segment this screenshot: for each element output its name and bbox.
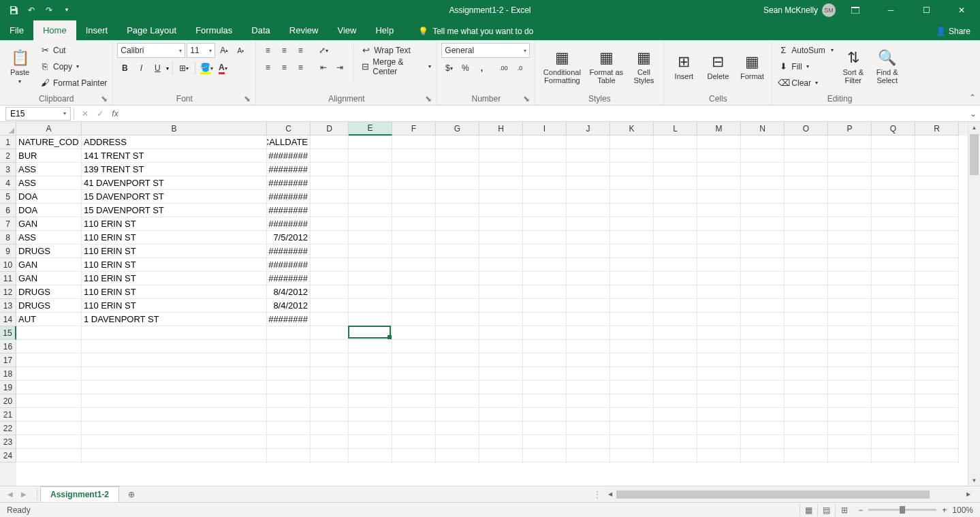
cell-M22[interactable]	[697, 422, 741, 435]
cell-D23[interactable]	[311, 435, 349, 449]
cell-H8[interactable]	[479, 231, 523, 245]
cell-R24[interactable]	[915, 449, 959, 463]
cell-L4[interactable]	[654, 176, 697, 190]
merge-center-button[interactable]: ⊟Merge & Center▾	[359, 59, 432, 74]
cell-O16[interactable]	[785, 340, 828, 354]
cell-L24[interactable]	[654, 449, 697, 463]
row-headers[interactable]: 123456789101112131415161718192021222324	[0, 136, 16, 486]
align-top-button[interactable]: ≡	[260, 43, 275, 58]
cell-N12[interactable]	[741, 285, 785, 299]
cell-R10[interactable]	[915, 258, 959, 272]
qat-customize-button[interactable]: ▼	[59, 2, 75, 18]
cell-G8[interactable]	[436, 231, 479, 245]
cell-C12[interactable]: 8/4/2012	[267, 285, 311, 299]
cell-K9[interactable]	[610, 245, 654, 258]
cell-P5[interactable]	[828, 190, 872, 204]
cell-J9[interactable]	[567, 245, 610, 258]
cell-J15[interactable]	[567, 326, 610, 340]
cell-C2[interactable]: ########	[267, 149, 311, 163]
cell-D13[interactable]	[311, 299, 349, 313]
cell-J24[interactable]	[567, 449, 610, 463]
tab-view[interactable]: View	[328, 20, 366, 40]
cell-O15[interactable]	[785, 326, 828, 340]
share-button[interactable]: 👤Share	[936, 27, 980, 40]
clipboard-launcher[interactable]: ⬊	[100, 94, 108, 102]
cell-O12[interactable]	[785, 285, 828, 299]
column-header-A[interactable]: A	[16, 122, 82, 136]
cell-Q17[interactable]	[872, 354, 915, 367]
cell-F9[interactable]	[392, 245, 436, 258]
cell-E1[interactable]	[349, 136, 392, 149]
zoom-out-button[interactable]: −	[858, 505, 863, 515]
cell-B24[interactable]	[82, 449, 267, 463]
user-avatar[interactable]: SM	[822, 3, 836, 17]
scroll-down-button[interactable]: ▼	[968, 475, 980, 486]
cell-H1[interactable]	[479, 136, 523, 149]
column-header-D[interactable]: D	[311, 122, 349, 136]
cell-I10[interactable]	[523, 258, 567, 272]
cell-E2[interactable]	[349, 149, 392, 163]
cell-Q13[interactable]	[872, 299, 915, 313]
cell-A1[interactable]: NATURE_COD	[16, 136, 82, 149]
cell-N8[interactable]	[741, 231, 785, 245]
cell-D4[interactable]	[311, 176, 349, 190]
select-all-corner[interactable]	[0, 122, 16, 136]
cell-O8[interactable]	[785, 231, 828, 245]
name-box[interactable]: E15▾	[5, 107, 71, 121]
cell-E21[interactable]	[349, 408, 392, 422]
cell-P1[interactable]	[828, 136, 872, 149]
cell-N15[interactable]	[741, 326, 785, 340]
cell-J1[interactable]	[567, 136, 610, 149]
fill-color-button[interactable]: 🪣▾	[199, 61, 214, 76]
percent-format-button[interactable]: %	[458, 61, 473, 76]
cell-M7[interactable]	[697, 217, 741, 231]
cell-P15[interactable]	[828, 326, 872, 340]
cell-O21[interactable]	[785, 408, 828, 422]
font-size-combo[interactable]: 11▾	[187, 43, 215, 58]
cell-G21[interactable]	[436, 408, 479, 422]
cell-O4[interactable]	[785, 176, 828, 190]
cell-M15[interactable]	[697, 326, 741, 340]
cell-H22[interactable]	[479, 422, 523, 435]
cells-container[interactable]: NATURE_CODADDRESSCALLDATEBUR141 TRENT ST…	[16, 136, 968, 486]
cell-E7[interactable]	[349, 217, 392, 231]
cell-G14[interactable]	[436, 313, 479, 326]
column-header-O[interactable]: O	[785, 122, 828, 136]
cell-L23[interactable]	[654, 435, 697, 449]
column-header-B[interactable]: B	[82, 122, 267, 136]
cell-N18[interactable]	[741, 367, 785, 381]
cell-F6[interactable]	[392, 204, 436, 217]
font-name-combo[interactable]: Calibri▾	[117, 43, 185, 58]
cell-C4[interactable]: ########	[267, 176, 311, 190]
row-header-2[interactable]: 2	[0, 149, 16, 163]
cell-G3[interactable]	[436, 163, 479, 176]
cell-D15[interactable]	[311, 326, 349, 340]
cell-J8[interactable]	[567, 231, 610, 245]
cell-R20[interactable]	[915, 394, 959, 408]
cell-N13[interactable]	[741, 299, 785, 313]
cell-L15[interactable]	[654, 326, 697, 340]
paste-button[interactable]: 📋Paste▾	[4, 43, 35, 91]
cell-A2[interactable]: BUR	[16, 149, 82, 163]
cell-I15[interactable]	[523, 326, 567, 340]
user-name[interactable]: Sean McKnelly	[763, 5, 818, 15]
cell-C14[interactable]: ########	[267, 313, 311, 326]
cell-H19[interactable]	[479, 381, 523, 394]
sort-filter-button[interactable]: ⇅Sort & Filter	[838, 43, 869, 91]
column-header-P[interactable]: P	[828, 122, 872, 136]
cell-F12[interactable]	[392, 285, 436, 299]
cell-N6[interactable]	[741, 204, 785, 217]
cell-N23[interactable]	[741, 435, 785, 449]
increase-font-button[interactable]: A▴	[217, 43, 232, 58]
cell-O23[interactable]	[785, 435, 828, 449]
decrease-indent-button[interactable]: ⇤	[316, 60, 331, 75]
cell-K15[interactable]	[610, 326, 654, 340]
cell-K23[interactable]	[610, 435, 654, 449]
cell-O24[interactable]	[785, 449, 828, 463]
cell-L18[interactable]	[654, 367, 697, 381]
cell-I19[interactable]	[523, 381, 567, 394]
cell-D16[interactable]	[311, 340, 349, 354]
cell-C7[interactable]: ########	[267, 217, 311, 231]
row-header-11[interactable]: 11	[0, 272, 16, 285]
cell-A7[interactable]: GAN	[16, 217, 82, 231]
